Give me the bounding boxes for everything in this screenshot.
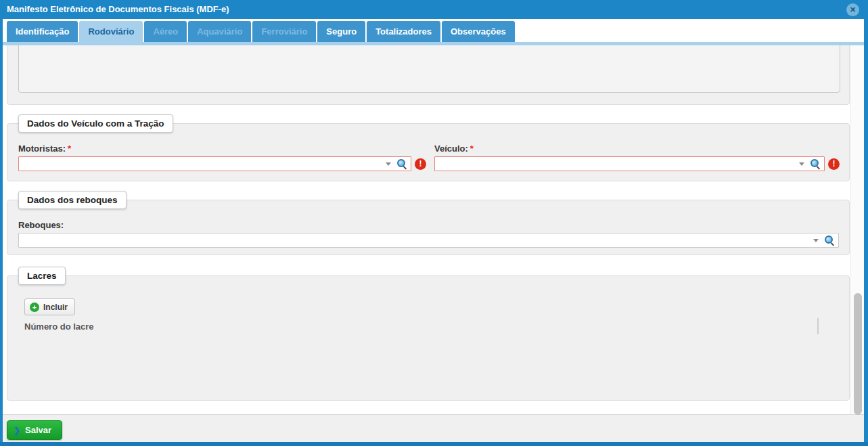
chevron-right-icon: ❯ (14, 426, 20, 435)
required-asterisk: * (470, 143, 474, 154)
reboques-label: Reboques: (18, 220, 64, 230)
active-tab-strip (3, 42, 864, 45)
search-icon[interactable] (397, 159, 407, 169)
tab-ferroviario: Ferroviário (252, 21, 316, 42)
tab-totalizadores[interactable]: Totalizadores (367, 21, 440, 42)
motoristas-input[interactable] (19, 158, 383, 170)
lacres-section-panel (7, 275, 850, 401)
plus-icon: + (30, 303, 39, 312)
motoristas-error-icon: ! (415, 158, 426, 170)
search-icon[interactable] (825, 236, 834, 245)
tab-observacoes[interactable]: Observações (442, 21, 515, 42)
tab-seguro[interactable]: Seguro (317, 21, 365, 42)
vehicle-section-legend: Dados do Veículo com a Tração (18, 114, 173, 133)
lacres-column-divider (817, 318, 819, 334)
reboques-section-legend: Dados dos reboques (18, 191, 127, 209)
veiculo-error-icon: ! (828, 158, 840, 170)
motoristas-label: Motoristas:* (18, 143, 71, 154)
lacres-section-legend: Lacres (18, 267, 66, 285)
save-button-label: Salvar (25, 425, 51, 435)
window-border-right (864, 19, 868, 446)
required-asterisk: * (68, 143, 71, 154)
close-icon[interactable]: ✕ (846, 3, 859, 16)
mdfe-dialog-window: Manifesto Eletrônico de Documentos Fisca… (0, 0, 868, 446)
dialog-title: Manifesto Eletrônico de Documentos Fisca… (7, 4, 229, 14)
tab-identificacao[interactable]: Identificação (7, 21, 78, 42)
tab-aereo: Aéreo (144, 21, 187, 42)
lacres-column-header: Número do lacre (24, 321, 94, 332)
incluir-button[interactable]: + Incluir (24, 298, 75, 315)
reboques-combobox[interactable] (18, 233, 839, 248)
save-button[interactable]: ❯ Salvar (7, 420, 62, 440)
incluir-button-label: Incluir (43, 303, 68, 312)
footer-bar: ❯ Salvar (3, 414, 864, 442)
motoristas-combobox[interactable] (18, 156, 411, 171)
reboques-input[interactable] (19, 234, 810, 246)
chevron-down-icon[interactable] (386, 162, 391, 166)
veiculo-label: Veículo:* (434, 143, 474, 154)
tab-aquaviario: Aquaviário (188, 21, 251, 42)
chevron-down-icon[interactable] (799, 162, 804, 166)
window-border-left (0, 19, 3, 446)
dialog-titlebar: Manifesto Eletrônico de Documentos Fisca… (0, 0, 868, 19)
window-border-bottom (0, 442, 868, 446)
tab-rodoviario[interactable]: Rodoviário (79, 21, 143, 42)
vertical-scrollbar-thumb[interactable] (854, 293, 862, 415)
veiculo-combobox[interactable] (434, 156, 825, 171)
veiculo-input[interactable] (435, 158, 796, 170)
tab-bar: Identificação Rodoviário Aéreo Aquaviári… (3, 19, 864, 42)
search-icon[interactable] (810, 159, 820, 169)
chevron-down-icon[interactable] (813, 239, 819, 242)
